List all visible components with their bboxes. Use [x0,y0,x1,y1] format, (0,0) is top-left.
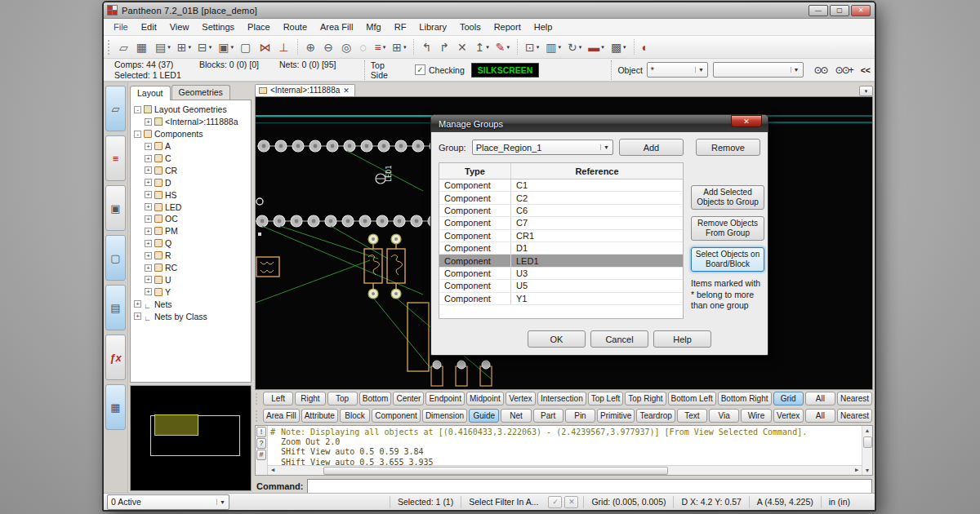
filter-cancel-icon[interactable]: ✕ [564,496,578,508]
column-header-type[interactable]: Type [439,163,511,179]
table-row[interactable]: Component C2 [439,192,683,204]
save-icon[interactable]: ▦ [133,38,152,56]
console-filter-button[interactable]: ! [256,427,266,437]
tree-item[interactable]: + Nets by Class [134,310,249,322]
grid-icon[interactable]: ▩ ▾ [608,38,630,56]
formula-fx-icon[interactable]: ƒx [105,335,126,380]
zoom-dynamic-icon[interactable]: ◌ [356,38,371,56]
tree-item[interactable]: + OC [145,213,249,225]
delete-icon[interactable]: ✕ [454,38,472,56]
table-row[interactable]: Component C1 [439,179,683,192]
table-row[interactable]: Component CR1 [439,230,683,242]
tree-expander[interactable]: + [145,191,152,198]
snap-position-button[interactable]: All [805,392,835,405]
tree-expander[interactable]: + [145,179,152,186]
menu-item[interactable]: Route [277,20,314,34]
print-icon[interactable]: ▤ ▾ [152,38,174,56]
add-group-button[interactable]: Add [619,139,684,156]
menu-item[interactable]: Place [241,20,277,34]
table-row[interactable]: Component LED1 [439,255,683,267]
tree-expander[interactable]: + [145,143,152,150]
close-button[interactable]: ✕ [851,5,871,16]
board-overview-minimap[interactable] [130,385,252,491]
snap-position-button[interactable]: Bottom Right [718,392,772,405]
mast-icon[interactable]: ⊥ [275,38,293,56]
snap-object-button[interactable]: Net [501,409,531,423]
tree-item[interactable]: + C [145,153,249,165]
snap-object-button[interactable]: Part [533,409,564,423]
tree-expander[interactable]: + [145,264,152,272]
snap-object-button[interactable]: Guide [469,409,499,423]
snap-object-button[interactable]: All [805,409,835,423]
measure-icon[interactable]: ▬ ▾ [585,38,608,56]
toolbar-icon[interactable] [413,39,414,55]
tab-close-icon[interactable]: ✕ [343,86,350,95]
tree-expander[interactable]: + [134,312,141,320]
scroll-left-icon[interactable]: ◀ [268,465,278,475]
tree-item[interactable]: + D [145,176,249,188]
find-icon[interactable]: ⊙⊙ [810,64,831,76]
snap-position-button[interactable]: Endpoint [425,392,464,405]
select-area-icon[interactable]: ▢ [105,235,126,281]
command-input[interactable] [307,479,872,494]
tree-expander[interactable]: - [134,106,141,113]
view-board-icon[interactable]: ▣ ▾ [215,38,237,56]
scroll-right-icon[interactable]: ▶ [852,465,862,475]
tree-item[interactable]: + Q [145,237,249,250]
object-type-select[interactable]: * ▼ [647,62,708,78]
tree-expander[interactable]: + [145,166,152,174]
remove-objects-button[interactable]: Remove Objects From Group [691,216,764,241]
add-selected-objects-button[interactable]: Add Selected Objects to Group [691,185,764,210]
grid-chip-icon[interactable]: ▦ [105,384,126,430]
menu-item[interactable]: Area Fill [314,20,359,34]
snap-position-button[interactable]: Top Left [588,392,624,405]
tab-list-dropdown[interactable]: ▼ [859,86,873,96]
column-header-reference[interactable]: Reference [511,163,683,179]
scroll-down-icon[interactable]: ▼ [865,466,871,475]
tree-item[interactable]: + A [145,140,249,153]
table-row[interactable]: Component Y1 [439,293,683,305]
snap-object-button[interactable]: Component [372,409,421,423]
tree-item[interactable]: - Layout Geometries [134,104,249,116]
collapse-panel-button[interactable]: << [857,65,875,75]
active-tasks-select[interactable]: 0 Active ▼ [107,494,229,510]
snap-position-button[interactable]: Grid [773,392,804,405]
snap-position-button[interactable]: Center [393,392,424,405]
menu-item[interactable]: Report [488,20,528,34]
snap-object-button[interactable]: Pin [565,409,595,423]
tree-item[interactable]: + Y [145,286,249,298]
tree-item[interactable]: + LED [145,201,249,213]
ok-button[interactable]: OK [528,330,586,348]
tree-expander[interactable]: + [145,118,152,126]
cancel-button[interactable]: Cancel [590,330,648,348]
explorer-tab[interactable]: Layout [130,86,171,100]
dialog-title-bar[interactable]: Manage Groups ✕ [431,115,768,132]
snaprow-drag-handle[interactable] [256,393,260,405]
snap-position-button[interactable]: Nearest [837,392,872,405]
object-name-select[interactable]: ▼ [713,62,804,78]
snap-object-button[interactable]: Vertex [773,409,804,423]
menu-item[interactable]: Settings [195,20,241,34]
blocks-icon[interactable]: ⊞ ▾ [389,38,409,56]
snap-position-button[interactable]: Bottom [359,392,392,405]
minimize-button[interactable]: — [808,5,828,16]
menu-item[interactable]: Help [528,20,559,34]
tree-expander[interactable]: + [145,252,152,259]
remove-group-button[interactable]: Remove [696,139,760,156]
minimap-view-window[interactable] [154,414,198,436]
select-objects-button[interactable]: Select Objects on Board/Block [691,247,764,272]
corner-up-icon[interactable]: ↥ ▾ [472,38,492,56]
snap-object-button[interactable]: Attribute [301,409,338,423]
snap-object-button[interactable]: Text [677,409,707,423]
checking-checkbox[interactable]: ✓ [415,64,425,75]
table-row[interactable]: Component D1 [439,242,683,255]
snap-position-button[interactable]: Bottom Left [668,392,716,405]
snap-position-button[interactable]: Vertex [506,392,536,405]
snap-position-button[interactable]: Intersection [537,392,586,405]
tree-expander[interactable]: + [145,276,152,283]
library-open-icon[interactable]: ▱ [105,86,126,131]
swap-group-icon[interactable]: ◐ [639,38,653,56]
copy-board-icon[interactable]: ⊞ ▾ [174,38,194,56]
snap-object-button[interactable]: Via [709,409,739,423]
menu-item[interactable]: View [163,20,196,34]
